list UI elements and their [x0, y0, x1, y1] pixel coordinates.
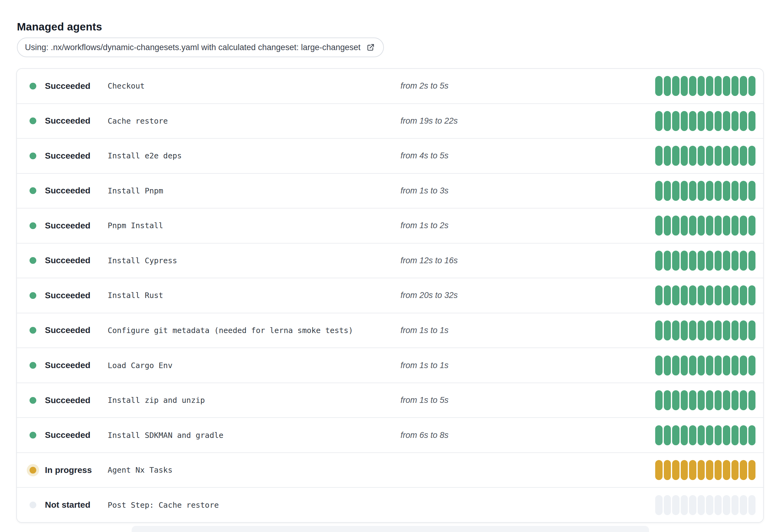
agent-step-row[interactable]: Succeeded Checkout from 2s to 5s — [17, 69, 763, 104]
agent-bar-segment — [748, 356, 756, 376]
agent-step-row[interactable]: Succeeded Install zip and unzip from 1s … — [17, 383, 763, 418]
agent-bars — [655, 181, 756, 201]
next-panel-peek — [132, 526, 649, 532]
agent-bar-segment — [698, 356, 705, 376]
agent-bar-segment — [714, 390, 722, 410]
agent-bar-segment — [740, 356, 747, 376]
agent-bar-segment — [664, 390, 671, 410]
agent-bar-segment — [681, 285, 688, 305]
agent-bar-segment — [723, 425, 730, 445]
agent-bar-segment — [714, 495, 722, 515]
agent-bar-segment — [698, 425, 705, 445]
agent-bar-segment — [748, 181, 756, 201]
agent-step-row[interactable]: Succeeded Pnpm Install from 1s to 2s — [17, 209, 763, 244]
agent-bar-segment — [681, 251, 688, 271]
agent-bar-segment — [698, 146, 705, 166]
agent-bar-segment — [664, 460, 671, 480]
agent-bar-segment — [689, 181, 696, 201]
agent-bar-segment — [698, 216, 705, 236]
agent-bar-segment — [706, 216, 713, 236]
external-link-icon — [366, 43, 375, 52]
agent-bar-segment — [698, 76, 705, 96]
agent-bar-segment — [714, 460, 722, 480]
agent-bar-segment — [723, 460, 730, 480]
agent-step-row[interactable]: Succeeded Install Rust from 20s to 32s — [17, 278, 763, 313]
status-label: Succeeded — [45, 221, 108, 231]
status-label: Succeeded — [45, 325, 108, 335]
step-name: Load Cargo Env — [108, 361, 401, 370]
agent-bar-segment — [698, 390, 705, 410]
agents-list: Succeeded Checkout from 2s to 5s Succeed… — [17, 69, 763, 522]
agent-bar-segment — [740, 216, 747, 236]
agent-bar-segment — [664, 285, 671, 305]
agent-bar-segment — [655, 76, 663, 96]
agent-bar-segment — [748, 460, 756, 480]
agent-step-row[interactable]: Succeeded Install e2e deps from 4s to 5s — [17, 139, 763, 174]
agent-step-row[interactable]: Succeeded Install Cypress from 12s to 16… — [17, 244, 763, 279]
agent-bar-segment — [698, 111, 705, 131]
agent-bar-segment — [689, 146, 696, 166]
agent-bar-segment — [740, 251, 747, 271]
step-duration: from 1s to 5s — [401, 395, 655, 405]
agent-bar-segment — [698, 495, 705, 515]
agent-bar-segment — [672, 216, 679, 236]
agent-bar-segment — [672, 390, 679, 410]
agent-bar-segment — [714, 251, 722, 271]
agent-bars — [655, 425, 756, 445]
agent-bar-segment — [655, 495, 663, 515]
agent-bar-segment — [698, 460, 705, 480]
agent-bar-segment — [689, 320, 696, 341]
agent-step-row[interactable]: Succeeded Configure git metadata (needed… — [17, 313, 763, 349]
agent-bar-segment — [740, 285, 747, 305]
agent-bar-segment — [714, 111, 722, 131]
agent-bar-segment — [698, 285, 705, 305]
agent-bars — [655, 146, 756, 166]
agent-step-row[interactable]: Succeeded Load Cargo Env from 1s to 1s — [17, 348, 763, 383]
agent-bar-segment — [723, 216, 730, 236]
agent-bar-segment — [689, 251, 696, 271]
status-dot — [29, 327, 36, 334]
step-duration: from 6s to 8s — [401, 430, 655, 440]
agent-bar-segment — [706, 320, 713, 341]
agent-bar-segment — [748, 76, 756, 96]
step-name: Install Rust — [108, 291, 401, 300]
step-duration: from 2s to 5s — [401, 81, 655, 91]
agent-bar-segment — [655, 216, 663, 236]
step-duration: from 1s to 2s — [401, 221, 655, 230]
agent-bar-segment — [689, 495, 696, 515]
agent-bar-segment — [714, 356, 722, 376]
agent-bar-segment — [681, 111, 688, 131]
agent-bar-segment — [732, 495, 739, 515]
agent-bar-segment — [714, 285, 722, 305]
agent-bar-segment — [664, 146, 671, 166]
agent-bar-segment — [672, 146, 679, 166]
agent-bar-segment — [664, 181, 671, 201]
agent-bar-segment — [664, 425, 671, 445]
step-name: Install Pnpm — [108, 186, 401, 195]
agent-step-row[interactable]: Succeeded Install SDKMAN and gradle from… — [17, 418, 763, 453]
agent-bar-segment — [748, 285, 756, 305]
agent-bar-segment — [748, 216, 756, 236]
agent-step-row[interactable]: Not started Post Step: Cache restore — [17, 488, 763, 522]
agent-bar-segment — [706, 111, 713, 131]
step-duration: from 1s to 1s — [401, 361, 655, 370]
status-dot — [29, 257, 36, 264]
agent-bar-segment — [672, 181, 679, 201]
step-name: Pnpm Install — [108, 221, 401, 230]
workflow-config-link[interactable]: Using: .nx/workflows/dynamic-changesets.… — [17, 37, 384, 57]
agent-bar-segment — [672, 356, 679, 376]
agent-step-row[interactable]: Succeeded Cache restore from 19s to 22s — [17, 104, 763, 139]
agent-bar-segment — [681, 460, 688, 480]
agent-bar-segment — [740, 76, 747, 96]
agent-bar-segment — [655, 181, 663, 201]
agent-bar-segment — [681, 320, 688, 341]
agent-bars — [655, 320, 756, 341]
agent-bar-segment — [655, 460, 663, 480]
agent-bar-segment — [681, 356, 688, 376]
status-label: Succeeded — [45, 291, 108, 300]
agent-step-row[interactable]: In progress Agent Nx Tasks — [17, 453, 763, 488]
agent-bars — [655, 76, 756, 96]
agent-bar-segment — [748, 251, 756, 271]
agent-bar-segment — [706, 285, 713, 305]
agent-step-row[interactable]: Succeeded Install Pnpm from 1s to 3s — [17, 174, 763, 209]
